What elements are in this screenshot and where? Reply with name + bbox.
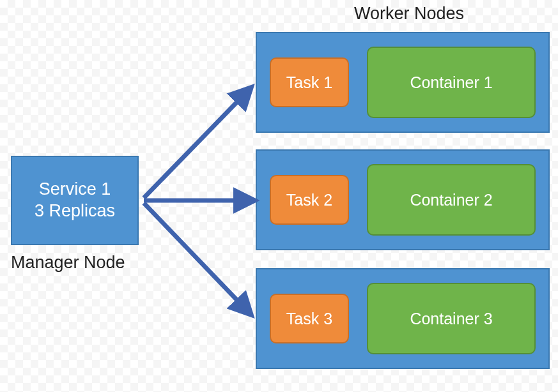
worker-node-3: Task 3 Container 3: [256, 268, 550, 369]
manager-node-box: Service 1 3 Replicas: [11, 156, 139, 245]
diagram-stage: Worker Nodes Task 1 Container 1 Task 2 C…: [0, 0, 558, 392]
container-box-1: Container 1: [367, 47, 536, 118]
service-replicas: 3 Replicas: [35, 200, 115, 222]
arrow-to-worker-1: [144, 89, 249, 198]
worker-node-2: Task 2 Container 2: [256, 149, 550, 250]
container-box-3: Container 3: [367, 283, 536, 354]
worker-node-1: Task 1 Container 1: [256, 32, 550, 133]
manager-node-label: Manager Node: [11, 253, 125, 273]
container-box-2: Container 2: [367, 164, 536, 236]
service-name: Service 1: [39, 179, 111, 200]
arrow-to-worker-3: [144, 203, 249, 313]
task-box-2: Task 2: [270, 175, 349, 225]
worker-nodes-label: Worker Nodes: [354, 4, 464, 24]
task-box-1: Task 1: [270, 57, 349, 107]
task-box-3: Task 3: [270, 294, 349, 343]
